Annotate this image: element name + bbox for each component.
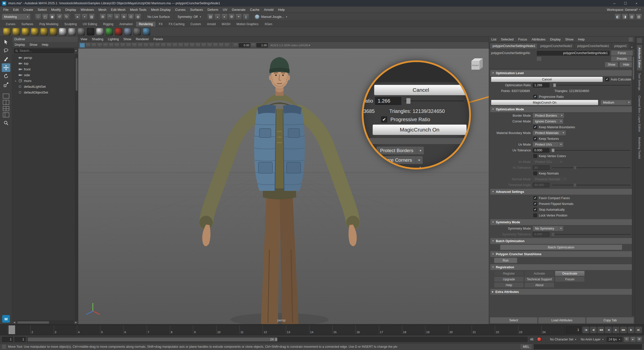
animation-end-field[interactable]: 48 (530, 338, 533, 341)
timeline-frame-6[interactable]: 6 (123, 325, 146, 334)
step-forward-frame-button[interactable]: ▶▶ (620, 327, 627, 333)
shelf-tab-sculpting[interactable]: Sculpting (62, 22, 79, 27)
menu-curves[interactable]: Curves (173, 8, 188, 12)
wireframe-display-icon[interactable] (167, 43, 172, 48)
outliner-item-persp[interactable]: persp (12, 55, 78, 61)
hide-button[interactable]: Hide (620, 62, 633, 67)
close-button[interactable]: × (631, 0, 642, 7)
standard-surface-icon[interactable] (59, 28, 66, 35)
ae-menu-focus[interactable]: Focus (516, 37, 529, 41)
playback-range-track[interactable]: 24 (27, 337, 528, 342)
timeline-frame-22[interactable]: 22 (495, 325, 518, 334)
exposure-field[interactable]: 0.00 (239, 43, 250, 48)
outliner-item-side[interactable]: side (12, 72, 78, 78)
continuous-loop-icon[interactable]: ↻ (624, 337, 629, 342)
menu-cache[interactable]: Cache (248, 8, 262, 12)
timeline-frame-19[interactable]: 19 (425, 325, 448, 334)
outliner-menu-show[interactable]: Show (27, 43, 39, 47)
resolution-gate-icon[interactable] (132, 43, 137, 48)
auto-key-button[interactable] (537, 337, 541, 341)
isolate-select-icon[interactable] (219, 43, 224, 48)
playback-range-bar[interactable]: 24 (28, 337, 277, 341)
image-plane-icon[interactable] (103, 43, 108, 48)
sidebar-tab-channel-box-layer-editor[interactable]: Channel Box / Layer Editor (637, 93, 642, 135)
ae-optimization-ratio-slider[interactable] (552, 83, 631, 88)
fps-selector[interactable]: 24 fps ▾ (607, 337, 622, 342)
shadows-icon[interactable] (190, 43, 195, 48)
ae-menu-display[interactable]: Display (548, 37, 563, 41)
snap-projected-center-icon[interactable]: ⊚ (121, 14, 127, 20)
safe-action-icon[interactable] (149, 43, 154, 48)
shelf-tab-uv-editing[interactable]: UV Editing (80, 22, 100, 27)
menu-edit-mesh[interactable]: Edit Mesh (109, 8, 128, 12)
ipr-render-icon[interactable]: ◐ (221, 14, 228, 20)
timeline-frame-21[interactable]: 21 (472, 325, 495, 334)
ae-keep-normals-checkbox[interactable] (533, 171, 537, 175)
presets-button[interactable]: Presets (611, 56, 633, 61)
multisampling-icon[interactable] (207, 43, 212, 48)
timeline-frame-24[interactable]: 24 (541, 325, 565, 334)
section-header-advanced-settings[interactable]: ▼Advanced Settings (490, 189, 633, 195)
timeline-frame-4[interactable]: 4 (77, 325, 100, 334)
ae-menu-attributes[interactable]: Attributes (529, 37, 548, 41)
ae-uv-tolerance-field[interactable]: 0.000 (533, 148, 549, 153)
ae-tab-polygoncrunchernode2[interactable]: polygonCruncherNode2 (538, 43, 574, 49)
rotate-tool-icon[interactable] (2, 72, 10, 80)
shelf-tab-curves[interactable]: Curves (3, 22, 18, 27)
ae-tab-polygoncrunchersettingsnode1[interactable]: polygonCruncherSettingsNode1 (490, 43, 537, 49)
run-button[interactable]: Run (494, 258, 517, 263)
timeline-frame-18[interactable]: 18 (402, 325, 425, 334)
grease-pencil-icon[interactable] (114, 43, 119, 48)
ae-symmetry-mode-dropdown[interactable]: No Symmetry▼ (533, 226, 563, 231)
ae-tab-polygoncrunchernode1[interactable]: polygonCruncherNode1 (575, 43, 611, 49)
timeline-frame-13[interactable]: 13 (286, 325, 309, 334)
playback-speed-icon[interactable]: ▸ (630, 337, 636, 342)
screen-space-ao-icon[interactable] (195, 43, 200, 48)
ae-keep-material-boundaries-checkbox[interactable]: ✔ (533, 125, 537, 129)
area-light-icon[interactable] (40, 28, 48, 35)
register-button[interactable]: Register (494, 271, 524, 276)
ae-corner-mode-dropdown[interactable]: Ignore Corners▼ (533, 119, 563, 124)
play-forwards-button[interactable]: ▶ (613, 327, 619, 333)
outliner-vertical-scrollbar[interactable] (75, 54, 78, 321)
displacement-shader-icon[interactable] (115, 28, 122, 35)
timeline-frame-5[interactable]: 5 (100, 325, 123, 334)
ae-menu-list[interactable]: List (489, 37, 499, 41)
command-line-input[interactable] (534, 344, 642, 349)
play-backwards-button[interactable]: ◀ (605, 327, 612, 333)
show-button[interactable]: Show (605, 62, 618, 67)
sidebar-tab-modeling-toolkit[interactable]: Modeling Toolkit (637, 135, 642, 161)
menu-create[interactable]: Create (21, 8, 35, 12)
scroll-right-icon[interactable]: ▶ (74, 321, 78, 324)
go-to-start-button[interactable]: |◀ (582, 327, 589, 333)
outliner-item-front[interactable]: front (12, 66, 78, 72)
workspace-selector[interactable]: Workspace: General* ▾ (604, 8, 643, 12)
timeline-frame-15[interactable]: 15 (332, 325, 355, 334)
animation-start-field[interactable]: 1 (2, 337, 13, 342)
expand-icon[interactable]: + (14, 79, 17, 82)
ae-stop-automatically-checkbox[interactable]: ✔ (533, 208, 537, 211)
ae-menu-help[interactable]: Help (576, 37, 587, 41)
command-line-mode[interactable]: MEL (520, 344, 532, 349)
optimization-level-cancel-button[interactable]: Cancel (491, 77, 603, 82)
current-frame-field[interactable]: 1 (566, 326, 581, 333)
make-live-icon[interactable]: ◍ (135, 14, 141, 20)
timeline-frame-14[interactable]: 14 (309, 325, 332, 334)
snap-curve-icon[interactable]: ◠ (107, 14, 113, 20)
volume-light-icon[interactable] (50, 28, 57, 35)
outliner-item-muro[interactable]: +muro (12, 78, 78, 84)
menu-set-selector[interactable]: Modeling ▾ (2, 14, 30, 20)
timeline-frame-2[interactable]: 2 (30, 325, 54, 334)
menu-modify[interactable]: Modify (49, 8, 63, 12)
scroll-left-icon[interactable]: ◀ (12, 321, 16, 324)
workspace-toggle-channelbox-icon[interactable]: ◨ (622, 14, 628, 20)
move-tool-icon[interactable] (2, 63, 10, 72)
menu-mesh-display[interactable]: Mesh Display (149, 8, 173, 12)
2d-pan-zoom-icon[interactable] (109, 43, 114, 48)
snap-grid-icon[interactable]: ⊞ (100, 14, 106, 20)
view-cube[interactable]: FRONT (469, 58, 484, 72)
workspace-toggle-timeline-icon[interactable]: ▤ (636, 14, 642, 20)
menu-select[interactable]: Select (35, 8, 49, 12)
outliner-item-defaultobjectset[interactable]: defaultObjectSet (12, 90, 78, 95)
depth-of-field-icon[interactable] (213, 43, 218, 48)
